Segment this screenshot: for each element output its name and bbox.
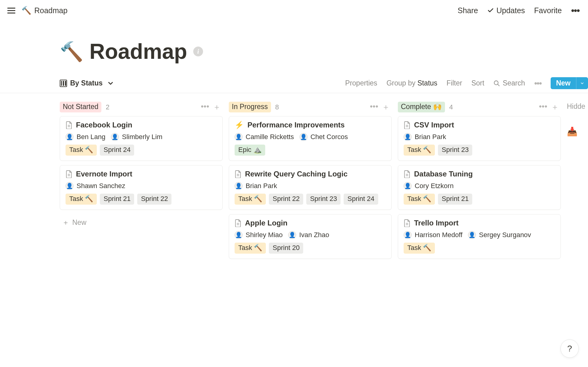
add-card-button[interactable]: ＋New [60, 214, 223, 231]
assignee: 👤Shawn Sanchez [66, 182, 125, 190]
updates-label: Updates [496, 6, 525, 15]
card[interactable]: Trello Import👤Harrison Medoff👤Sergey Sur… [398, 214, 561, 259]
document-icon [235, 219, 241, 227]
card-title-row: Facebook Login [66, 121, 217, 129]
tag-list: Task 🔨Sprint 24 [66, 145, 217, 156]
hidden-label: Hidde [567, 102, 585, 110]
kanban-board: Not Started2•••＋Facebook Login👤Ben Lang👤… [0, 93, 588, 263]
assignee: 👤Sergey Surganov [468, 231, 531, 239]
view-selector[interactable]: By Status [60, 79, 114, 87]
tag-sprint: Sprint 21 [438, 194, 472, 205]
card[interactable]: Facebook Login👤Ben Lang👤Slimberly LimTas… [60, 116, 223, 161]
assignee-list: 👤Camille Ricketts👤Chet Corcos [235, 133, 386, 141]
favorite-button[interactable]: Favorite [534, 6, 562, 15]
card[interactable]: CSV Import👤Brian ParkTask 🔨Sprint 23 [398, 116, 561, 161]
assignee: 👤Shirley Miao [235, 231, 283, 239]
assignee: 👤Harrison Medoff [404, 231, 462, 239]
toolbar-more-icon[interactable]: ••• [534, 78, 541, 88]
avatar: 👤 [300, 133, 307, 141]
group-by-button[interactable]: Group by Status [386, 79, 437, 87]
assignee: 👤Brian Park [235, 182, 277, 190]
assignee-name: Brian Park [415, 133, 446, 141]
new-button-label: New [551, 77, 576, 89]
card-title: Evernote Import [76, 170, 132, 178]
column-header: Not Started2•••＋ [60, 102, 223, 116]
assignee-list: 👤Shirley Miao👤Ivan Zhao [235, 231, 386, 239]
tag-sprint: Sprint 22 [137, 194, 172, 205]
column-header: In Progress8•••＋ [229, 102, 392, 116]
hidden-columns[interactable]: Hidde📥 [567, 102, 585, 263]
assignee: 👤Chet Corcos [300, 133, 348, 141]
avatar: 👤 [111, 133, 119, 141]
hammer-icon: 🔨 [21, 6, 31, 15]
document-icon [66, 121, 72, 129]
plus-icon: ＋ [62, 218, 69, 227]
new-button[interactable]: New [551, 77, 588, 89]
card-title-row: Database Tuning [404, 170, 555, 178]
card[interactable]: ⚡Performance Improvements👤Camille Ricket… [229, 116, 392, 161]
column-add-icon[interactable]: ＋ [213, 102, 221, 112]
menu-icon[interactable] [7, 8, 15, 13]
avatar: 👤 [235, 182, 243, 190]
tag-task: Task 🔨 [66, 145, 97, 156]
tag-epic: Epic ⛰️ [235, 145, 265, 156]
status-pill[interactable]: Not Started [60, 102, 101, 112]
assignee: 👤Camille Ricketts [235, 133, 294, 141]
column-add-icon[interactable]: ＋ [382, 102, 390, 112]
tag-list: Task 🔨Sprint 21Sprint 22 [66, 194, 217, 205]
assignee-name: Sergey Surganov [479, 231, 531, 239]
card[interactable]: Rewrite Query Caching Logic👤Brian ParkTa… [229, 165, 392, 210]
tag-sprint: Sprint 21 [100, 194, 134, 205]
svg-line-1 [498, 84, 499, 86]
assignee-name: Shawn Sanchez [77, 182, 125, 190]
properties-button[interactable]: Properties [345, 79, 377, 87]
card[interactable]: Apple Login👤Shirley Miao👤Ivan ZhaoTask 🔨… [229, 214, 392, 259]
filter-button[interactable]: Filter [447, 79, 462, 87]
sort-button[interactable]: Sort [471, 79, 484, 87]
column-notstarted: Not Started2•••＋Facebook Login👤Ben Lang👤… [60, 102, 223, 263]
assignee-name: Camille Ricketts [246, 133, 294, 141]
share-button[interactable]: Share [458, 6, 478, 15]
assignee-name: Cory Etzkorn [415, 182, 454, 190]
status-pill[interactable]: Complete 🙌 [398, 102, 445, 112]
column-add-icon[interactable]: ＋ [551, 102, 559, 112]
help-button[interactable]: ? [560, 339, 579, 358]
page-icon[interactable]: 🔨 [60, 40, 83, 63]
topbar: 🔨 Roadmap Share Updates Favorite ••• [0, 0, 588, 21]
card-emoji-icon: ⚡ [235, 121, 244, 129]
assignee-list: 👤Shawn Sanchez [66, 182, 217, 190]
card-title: Performance Improvements [247, 121, 345, 129]
assignee-name: Brian Park [246, 182, 277, 190]
assignee: 👤Brian Park [404, 133, 446, 141]
topbar-right: Share Updates Favorite ••• [458, 6, 579, 15]
tag-list: Task 🔨 [404, 243, 555, 254]
assignee-list: 👤Ben Lang👤Slimberly Lim [66, 133, 217, 141]
assignee: 👤Slimberly Lim [111, 133, 162, 141]
tag-task: Task 🔨 [404, 145, 435, 156]
status-pill[interactable]: In Progress [229, 102, 271, 112]
tag-list: Task 🔨Sprint 23 [404, 145, 555, 156]
column-more-icon[interactable]: ••• [370, 102, 378, 112]
card[interactable]: Database Tuning👤Cory EtzkornTask 🔨Sprint… [398, 165, 561, 210]
updates-button[interactable]: Updates [487, 6, 525, 15]
column-count: 4 [449, 103, 453, 111]
new-button-dropdown[interactable] [576, 77, 588, 89]
page-title[interactable]: Roadmap [89, 39, 187, 64]
tag-list: Task 🔨Sprint 21 [404, 194, 555, 205]
column-more-icon[interactable]: ••• [201, 102, 209, 112]
more-icon[interactable]: ••• [571, 6, 579, 15]
add-card-label: New [72, 218, 86, 227]
search-icon [493, 80, 500, 87]
avatar: 👤 [468, 231, 476, 239]
info-icon[interactable]: i [193, 47, 203, 56]
tag-sprint: Sprint 22 [269, 194, 303, 205]
search-button[interactable]: Search [493, 79, 525, 87]
card-title-row: Rewrite Query Caching Logic [235, 170, 386, 178]
breadcrumb[interactable]: 🔨 Roadmap [21, 6, 67, 15]
card[interactable]: Evernote Import👤Shawn SanchezTask 🔨Sprin… [60, 165, 223, 210]
card-title: Apple Login [245, 219, 288, 227]
inbox-icon[interactable]: 📥 [567, 127, 585, 137]
tag-task: Task 🔨 [235, 194, 266, 205]
column-count: 8 [275, 103, 279, 111]
column-more-icon[interactable]: ••• [539, 102, 547, 112]
